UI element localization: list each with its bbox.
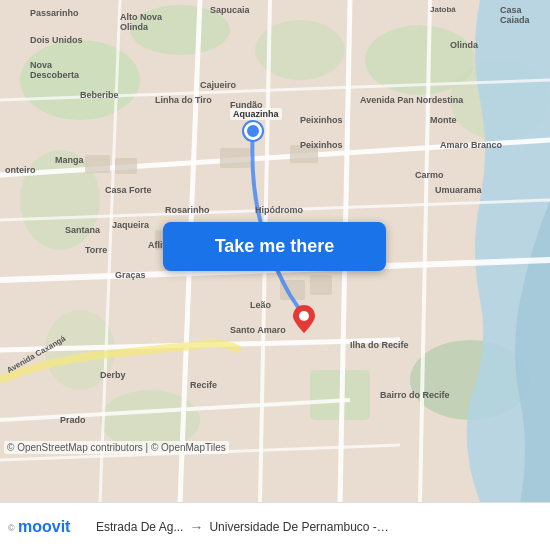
footer-arrow-icon: →: [189, 519, 203, 535]
place-nova-descoberta: NovaDescoberta: [30, 60, 79, 80]
place-casa-caiada: CasaCaiada: [500, 5, 530, 25]
place-rosarinho: Rosarinho: [165, 205, 210, 215]
place-casa-forte: Casa Forte: [105, 185, 152, 195]
place-santo-amaro: Santo Amaro: [230, 325, 286, 335]
svg-text:©: ©: [8, 523, 15, 533]
moovit-logo: © moovit: [8, 511, 88, 543]
place-dois-unidos: Dois Unidos: [30, 35, 83, 45]
svg-rect-24: [115, 158, 137, 174]
place-peixinhos2: Peixinhos: [300, 140, 343, 150]
cta-label: Take me there: [215, 236, 335, 257]
footer-bar: © moovit Estrada De Ag... → Universidade…: [0, 502, 550, 550]
place-cajueiro: Cajueiro: [200, 80, 236, 90]
svg-rect-31: [310, 275, 332, 295]
svg-point-1: [20, 40, 140, 120]
destination-marker: [293, 305, 315, 333]
place-bairro-recife: Bairro do Recife: [380, 390, 450, 400]
place-jaqueira: Jaqueira: [112, 220, 149, 230]
map-attribution: © OpenStreetMap contributors | © OpenMap…: [4, 441, 229, 454]
place-aquazinha-label: Aquazinha: [230, 108, 282, 120]
svg-text:moovit: moovit: [18, 518, 71, 535]
place-jatoba: Jatobá: [430, 5, 456, 14]
place-peixinhos: Peixinhos: [300, 115, 343, 125]
map-container: Passarinho Alto NovaOlinda Sapucaia Jato…: [0, 0, 550, 502]
place-torre: Torre: [85, 245, 107, 255]
place-gracas: Graças: [115, 270, 146, 280]
place-monteiro: onteiro: [5, 165, 36, 175]
footer-from: Estrada De Ag...: [96, 520, 183, 534]
svg-rect-25: [220, 148, 250, 168]
place-derby: Derby: [100, 370, 126, 380]
footer-route: Estrada De Ag... → Universidade De Perna…: [96, 519, 542, 535]
attribution-text: © OpenStreetMap contributors | © OpenMap…: [7, 442, 226, 453]
place-linha-do-tiro: Linha do Tiro: [155, 95, 212, 105]
origin-marker: [244, 122, 262, 140]
footer-to: Universidade De Pernambuco - C...: [209, 520, 389, 534]
place-monte: Monte: [430, 115, 457, 125]
place-ilha-recife: Ilha do Recife: [350, 340, 409, 350]
place-passarinho: Passarinho: [30, 8, 79, 18]
place-sapucaia: Sapucaia: [210, 5, 250, 15]
place-prado: Prado: [60, 415, 86, 425]
place-umuarama: Umuarama: [435, 185, 482, 195]
svg-rect-23: [85, 155, 110, 173]
place-alto-nova-olinda: Alto NovaOlinda: [120, 12, 162, 32]
place-beberibe: Beberibe: [80, 90, 119, 100]
place-leao: Leão: [250, 300, 271, 310]
place-olinda: Olinda: [450, 40, 478, 50]
place-pan-nordestina: Avenida Pan Nordestina: [360, 95, 463, 105]
place-amaro-branco: Amaro Branco: [440, 140, 502, 150]
place-santana: Santana: [65, 225, 100, 235]
place-recife: Recife: [190, 380, 217, 390]
svg-point-32: [299, 311, 309, 321]
app: Passarinho Alto NovaOlinda Sapucaia Jato…: [0, 0, 550, 550]
place-mangueira: Manga: [55, 155, 84, 165]
place-hipodromo: Hipódromo: [255, 205, 303, 215]
place-carmo: Carmo: [415, 170, 444, 180]
take-me-there-button[interactable]: Take me there: [163, 222, 386, 271]
